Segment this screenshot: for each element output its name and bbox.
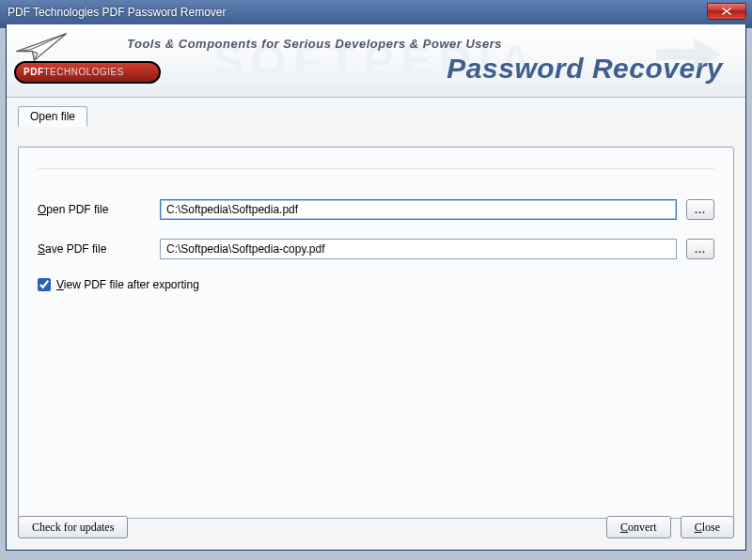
- tab-label: Open file: [30, 110, 75, 123]
- client-area: SOFTPEDIA PDFTECHNOLOGIES Tools & Compon…: [6, 24, 746, 551]
- open-file-label: Open PDF file: [38, 203, 160, 216]
- window-title: PDF Technologies PDF Password Remover: [6, 6, 707, 19]
- arrow-decoration-icon: [651, 30, 736, 77]
- convert-button[interactable]: Convert: [606, 516, 671, 538]
- footer-bar: Check for updates Convert Close: [18, 516, 734, 538]
- tab-page-open-file: Open PDF file ... Save PDF file ... View…: [18, 147, 734, 519]
- window-close-button[interactable]: [707, 3, 746, 20]
- close-button[interactable]: Close: [681, 516, 734, 538]
- brand-badge: PDFTECHNOLOGIES: [14, 61, 161, 84]
- paper-plane-icon: [14, 30, 69, 62]
- open-file-browse-button[interactable]: ...: [686, 199, 714, 220]
- brand-logo: PDFTECHNOLOGIES: [14, 30, 119, 84]
- banner: SOFTPEDIA PDFTECHNOLOGIES Tools & Compon…: [7, 24, 745, 98]
- close-icon: [721, 7, 732, 16]
- application-window: PDF Technologies PDF Password Remover SO…: [0, 0, 752, 560]
- logo-prefix: PDF: [24, 68, 44, 77]
- banner-tagline: Tools & Components for Serious Developer…: [127, 38, 502, 50]
- view-after-export-label: View PDF file after exporting: [56, 278, 199, 291]
- open-file-input[interactable]: [160, 199, 677, 220]
- tab-open-file[interactable]: Open file: [18, 106, 87, 127]
- save-file-row: Save PDF file ...: [38, 239, 714, 259]
- open-file-row: Open PDF file ...: [38, 199, 714, 220]
- view-after-export-row: View PDF file after exporting: [38, 278, 714, 291]
- divider: [38, 168, 714, 169]
- save-file-browse-button[interactable]: ...: [686, 239, 714, 259]
- save-file-label: Save PDF file: [38, 242, 160, 256]
- save-file-input[interactable]: [160, 239, 677, 259]
- tab-bar: Open file: [18, 106, 734, 127]
- main-panel: Open file Open PDF file ... Save PDF fil…: [7, 98, 745, 550]
- check-updates-button[interactable]: Check for updates: [18, 516, 128, 538]
- view-after-export-checkbox[interactable]: [38, 278, 51, 291]
- titlebar[interactable]: PDF Technologies PDF Password Remover: [0, 0, 752, 24]
- logo-suffix: TECHNOLOGIES: [44, 68, 124, 77]
